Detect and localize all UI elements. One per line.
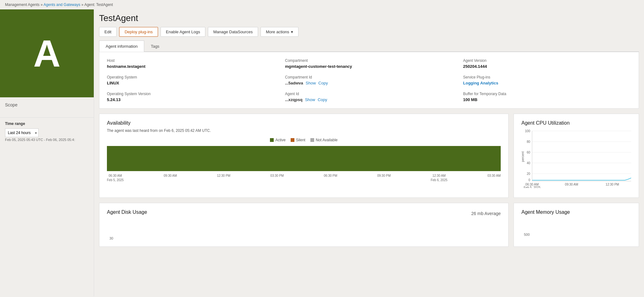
cpu-line bbox=[532, 150, 631, 180]
agent-id-show-link[interactable]: Show bbox=[305, 97, 315, 102]
memory-card: Agent Memory Usage 500 bbox=[514, 203, 639, 247]
compartment-id-value-row: ...5adwva Show Copy bbox=[285, 81, 453, 85]
availability-legend: Active Silent Not Available bbox=[107, 138, 501, 142]
more-actions-button[interactable]: More actions ▾ bbox=[261, 27, 298, 37]
x-label-5: 09:30 PM bbox=[377, 174, 391, 182]
scope-label: Scope bbox=[5, 102, 89, 107]
time-range-select-wrapper[interactable]: Last 24 hours bbox=[5, 128, 39, 137]
agent-id-value: ...xzqpsq bbox=[285, 97, 303, 102]
agent-info-card: Host hostname.testagent Compartment mgmt… bbox=[99, 52, 639, 109]
time-range-title: Time range bbox=[5, 122, 89, 126]
availability-x-labels: 06:30 AM Feb 5, 2025 09:30 AM 12:30 PM 0… bbox=[107, 174, 501, 182]
service-plugins-label: Service Plug-ins bbox=[463, 75, 631, 79]
disk-chart-placeholder: 30 bbox=[107, 221, 501, 240]
availability-title: Availability bbox=[107, 120, 501, 126]
tab-agent-info-label: Agent information bbox=[106, 44, 138, 49]
svg-text:20: 20 bbox=[527, 172, 531, 176]
breadcrumb-agents-link[interactable]: Agents and Gateways bbox=[44, 3, 80, 7]
disk-header: Agent Disk Usage 26 mb Average bbox=[107, 209, 501, 218]
availability-bar bbox=[107, 146, 501, 171]
info-os-version: Operating System Version 5.24.13 bbox=[107, 92, 275, 102]
cpu-title: Agent CPU Utilization bbox=[521, 120, 631, 126]
info-os: Operating System LINUX bbox=[107, 75, 275, 85]
time-range-select[interactable]: Last 24 hours bbox=[5, 128, 39, 137]
charts-row: Availability The agent was last heard fr… bbox=[99, 114, 639, 198]
legend-silent-dot bbox=[291, 138, 294, 142]
more-actions-arrow: ▾ bbox=[291, 30, 293, 34]
compartment-label: Compartment bbox=[285, 58, 453, 63]
cpu-chart-svg: 100 80 60 40 20 0 percent bbox=[521, 128, 631, 188]
legend-active-label: Active bbox=[275, 138, 286, 142]
breadcrumb: Management Agents » Agents and Gateways … bbox=[0, 0, 644, 9]
disk-title: Agent Disk Usage bbox=[107, 209, 147, 215]
compartment-id-copy-link[interactable]: Copy bbox=[318, 81, 328, 85]
info-service-plugins: Service Plug-ins Logging Analytics bbox=[463, 75, 631, 85]
agent-avatar: A bbox=[0, 9, 94, 97]
disk-y-label: 30 bbox=[109, 236, 113, 240]
compartment-id-show-link[interactable]: Show bbox=[306, 81, 316, 85]
agent-id-label: Agent Id bbox=[285, 92, 453, 96]
service-plugins-value: Logging Analytics bbox=[463, 81, 631, 85]
legend-silent: Silent bbox=[291, 138, 305, 142]
availability-card: Availability The agent was last heard fr… bbox=[99, 114, 509, 198]
svg-text:40: 40 bbox=[527, 161, 531, 165]
svg-text:Feb 5, 2025: Feb 5, 2025 bbox=[524, 186, 541, 188]
memory-title: Agent Memory Usage bbox=[521, 209, 631, 215]
buffer-value: 100 MB bbox=[463, 97, 631, 102]
x-label-6: 12:30 AM Feb 6, 2025 bbox=[431, 174, 447, 182]
manage-datasources-button[interactable]: Manage DataSources bbox=[208, 27, 258, 37]
compartment-id-label: Compartment Id bbox=[285, 75, 453, 79]
tabs: Agent information Tags bbox=[99, 40, 639, 52]
x-label-7: 03:30 AM bbox=[488, 174, 501, 182]
logging-analytics-link[interactable]: Logging Analytics bbox=[463, 81, 498, 85]
breadcrumb-sep2: » bbox=[82, 3, 84, 7]
svg-text:percent: percent bbox=[521, 151, 525, 162]
svg-text:100: 100 bbox=[525, 129, 530, 133]
agent-id-copy-link[interactable]: Copy bbox=[318, 97, 327, 102]
agent-version-value: 250204.1444 bbox=[463, 64, 631, 69]
compartment-value: mgmtagent-customer-test-tenancy bbox=[285, 64, 453, 69]
tab-tags[interactable]: Tags bbox=[144, 40, 166, 52]
x-label-1: 09:30 AM bbox=[164, 174, 177, 182]
breadcrumb-root: Management Agents bbox=[5, 3, 40, 7]
svg-text:80: 80 bbox=[527, 140, 531, 143]
agent-avatar-letter: A bbox=[33, 32, 61, 75]
host-value: hostname.testagent bbox=[107, 64, 275, 69]
x-label-0: 06:30 AM Feb 5, 2025 bbox=[107, 174, 124, 182]
legend-active-dot bbox=[270, 138, 274, 142]
svg-text:12:30 PM: 12:30 PM bbox=[606, 183, 619, 186]
host-label: Host bbox=[107, 58, 275, 63]
cpu-card: Agent CPU Utilization 100 80 60 40 20 0 … bbox=[514, 114, 639, 198]
deploy-plugins-button[interactable]: Deploy plug-ins bbox=[119, 27, 158, 37]
svg-text:09:30 AM: 09:30 AM bbox=[565, 183, 578, 186]
info-agent-version: Agent Version 250204.1444 bbox=[463, 58, 631, 69]
os-value: LINUX bbox=[107, 81, 275, 85]
legend-not-available: Not Available bbox=[310, 138, 338, 142]
content-area: TestAgent Edit Deploy plug-ins Enable Ag… bbox=[94, 9, 644, 296]
info-buffer: Buffer for Temporary Data 100 MB bbox=[463, 92, 631, 102]
x-label-3: 03:30 PM bbox=[270, 174, 284, 182]
breadcrumb-sep1: » bbox=[40, 3, 43, 7]
availability-subtitle: The agent was last heard from on Feb 6, … bbox=[107, 128, 501, 133]
info-agent-id: Agent Id ...xzqpsq Show Copy bbox=[285, 92, 453, 102]
buffer-label: Buffer for Temporary Data bbox=[463, 92, 631, 96]
os-version-value: 5.24.13 bbox=[107, 97, 275, 102]
info-compartment: Compartment mgmtagent-customer-test-tena… bbox=[285, 58, 453, 69]
x-label-2: 12:30 PM bbox=[217, 174, 230, 182]
disk-card: Agent Disk Usage 26 mb Average 30 bbox=[99, 203, 509, 247]
svg-text:60: 60 bbox=[527, 151, 531, 154]
disk-avg: 26 mb Average bbox=[471, 211, 501, 216]
edit-button[interactable]: Edit bbox=[99, 27, 117, 37]
time-range-sub: Feb 05, 2025 05:43 UTC - Feb 06, 2025 05… bbox=[5, 138, 89, 142]
agent-version-label: Agent Version bbox=[463, 58, 631, 63]
legend-not-available-label: Not Available bbox=[316, 138, 338, 142]
scope-section: Scope bbox=[0, 97, 94, 117]
legend-active: Active bbox=[270, 138, 286, 142]
bottom-row: Agent Disk Usage 26 mb Average 30 Agent … bbox=[99, 203, 639, 247]
enable-agent-logs-button[interactable]: Enable Agent Logs bbox=[161, 27, 205, 37]
compartment-id-value: ...5adwva bbox=[285, 81, 303, 85]
tab-agent-information[interactable]: Agent information bbox=[99, 40, 144, 52]
memory-y-label: 500 bbox=[524, 233, 530, 236]
os-version-label: Operating System Version bbox=[107, 92, 275, 96]
more-actions-label: More actions bbox=[266, 30, 289, 34]
